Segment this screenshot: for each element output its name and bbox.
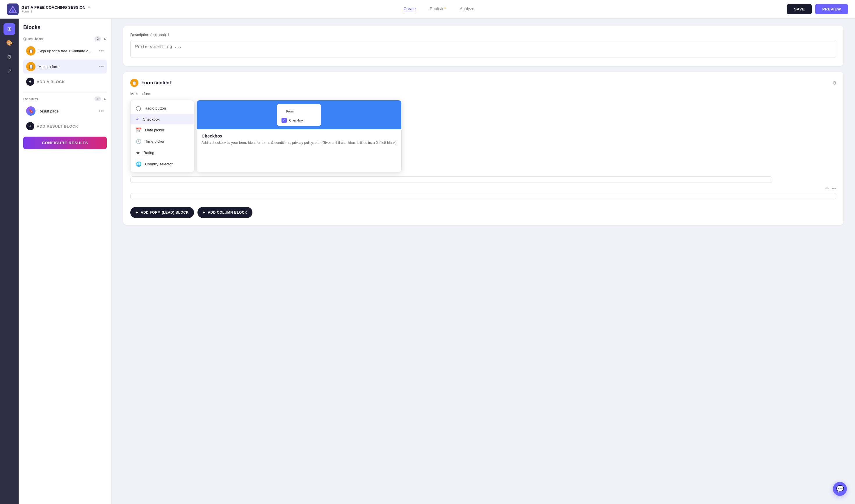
results-toggle[interactable]: ▲: [103, 96, 107, 101]
form-content-title-area: 📋 Form content: [130, 79, 171, 87]
preview-form-mock: Form ✓ Checkbox: [277, 104, 321, 126]
nav-create[interactable]: Create: [404, 6, 416, 12]
save-button[interactable]: SAVE: [787, 4, 812, 14]
radio-icon: ◯: [136, 106, 141, 111]
preview-checkbox-text: Checkbox: [289, 119, 303, 122]
sidebar-title: Blocks: [23, 24, 107, 31]
question-1-icon: 📋: [26, 46, 35, 55]
country-label: Country selector: [145, 162, 173, 166]
add-block-label: ADD A BLOCK: [37, 79, 65, 84]
info-icon[interactable]: ℹ: [31, 10, 32, 13]
description-card: Description (optional) ℹ: [123, 25, 843, 66]
datepicker-label: Date picker: [145, 128, 164, 132]
dropdown-item-timepicker[interactable]: 🕐 Time picker: [130, 136, 194, 147]
tooltip-card: Form ✓ Checkbox Checkbox Add a checkbox …: [197, 100, 402, 173]
main-content: Description (optional) ℹ 📋 Form content …: [112, 19, 855, 504]
logo-icon: [7, 3, 19, 15]
result-1-icon: 🔖: [26, 106, 35, 116]
sidebar-item-theme[interactable]: 🎨: [3, 37, 15, 49]
nav-right: SAVE PREVIEW: [787, 4, 848, 14]
add-form-lead-label: ADD FORM (LEAD) BLOCK: [141, 211, 189, 215]
icon-sidebar: ⊞ 🎨 ⚙ ↗: [0, 19, 19, 504]
datepicker-icon: 📅: [136, 127, 142, 133]
description-info-icon: ℹ: [168, 33, 169, 37]
app-title: GET A FREE COACHING SESSION: [21, 5, 86, 10]
dropdown-item-radio[interactable]: ◯ Radio button: [130, 103, 194, 114]
form-input-1[interactable]: [130, 176, 772, 183]
sidebar-item-settings[interactable]: ⚙: [3, 51, 15, 63]
question-1-menu[interactable]: •••: [99, 48, 104, 53]
add-block-plus-icon: +: [26, 78, 34, 86]
description-input[interactable]: [130, 40, 836, 58]
add-result-plus-icon: +: [26, 122, 34, 130]
logo-area: GET A FREE COACHING SESSION ✏ Form ℹ: [7, 3, 91, 15]
add-result-label: ADD RESULT BLOCK: [37, 124, 78, 128]
chat-bubble[interactable]: 💬: [833, 482, 847, 496]
dropdown-item-rating[interactable]: ★ Rating: [130, 147, 194, 158]
add-result-block-button[interactable]: + ADD RESULT BLOCK: [23, 120, 107, 132]
question-2-menu[interactable]: •••: [99, 64, 104, 69]
add-block-row: + ADD FORM (LEAD) BLOCK + ADD COLUMN BLO…: [130, 207, 836, 218]
add-block-button[interactable]: + ADD A BLOCK: [23, 75, 107, 88]
dropdown-item-checkbox[interactable]: ✓ Checkbox: [130, 114, 194, 124]
checkbox-checkmark-icon: ✓: [136, 117, 139, 122]
radio-label: Radio button: [144, 106, 166, 110]
logo-title-group: GET A FREE COACHING SESSION ✏ Form ℹ: [21, 5, 91, 13]
timepicker-icon: 🕐: [136, 139, 142, 144]
form-row-edit-icon[interactable]: ✏: [825, 186, 829, 191]
add-form-plus-icon: +: [136, 210, 138, 215]
tooltip-desc: Add a checkbox to your form. Ideal for t…: [202, 140, 397, 145]
preview-checkbox-icon: ✓: [281, 118, 287, 123]
dropdown-item-datepicker[interactable]: 📅 Date picker: [130, 124, 194, 136]
result-1-menu[interactable]: •••: [99, 108, 104, 114]
form-row-menu-icon[interactable]: •••: [832, 186, 836, 191]
form-content-icon: 📋: [130, 79, 138, 87]
results-label: Results: [23, 97, 38, 101]
preview-checkbox-row: ✓ Checkbox: [281, 118, 316, 123]
edit-icon[interactable]: ✏: [88, 5, 91, 9]
questions-toggle[interactable]: ▲: [103, 36, 107, 41]
timepicker-label: Time picker: [145, 139, 164, 144]
form-subtitle: Make a form: [130, 92, 836, 96]
checkbox-label: Checkbox: [143, 117, 160, 122]
app-subtitle: Form: [21, 10, 29, 13]
field-type-selector: ◯ Radio button ✓ Checkbox 📅 Date picker …: [130, 100, 836, 173]
questions-count: 2: [94, 36, 101, 41]
preview-button[interactable]: PREVIEW: [815, 4, 848, 14]
sidebar-item-blocks[interactable]: ⊞: [3, 23, 15, 35]
questions-section-header: Questions 2 ▲: [23, 36, 107, 41]
results-section-header: Results 1 ▲: [23, 96, 107, 101]
question-item-1[interactable]: 📋 Sign up for a free 15-minute c... •••: [23, 44, 107, 58]
add-column-label: ADD COLUMN BLOCK: [208, 211, 247, 215]
tooltip-title: Checkbox: [202, 133, 397, 138]
questions-label: Questions: [23, 37, 43, 41]
sidebar: Blocks Questions 2 ▲ 📋 Sign up for a fre…: [19, 19, 112, 504]
form-content-gear-icon[interactable]: ⚙: [832, 80, 836, 86]
result-1-text: Result page: [38, 109, 96, 113]
rating-icon: ★: [136, 150, 140, 156]
add-column-block-button[interactable]: + ADD COLUMN BLOCK: [197, 207, 253, 218]
form-content-title: Form content: [141, 80, 171, 86]
form-input-2[interactable]: [130, 193, 836, 199]
add-form-lead-block-button[interactable]: + ADD FORM (LEAD) BLOCK: [130, 207, 194, 218]
rating-label: Rating: [143, 150, 154, 155]
dropdown-menu: ◯ Radio button ✓ Checkbox 📅 Date picker …: [130, 100, 194, 173]
tooltip-preview: Form ✓ Checkbox: [197, 100, 401, 129]
form-content-card: 📋 Form content ⚙ Make a form ◯ Radio but…: [123, 72, 843, 225]
question-2-icon: 📋: [26, 62, 35, 71]
description-label: Description (optional) ℹ: [130, 33, 836, 37]
tooltip-content: Checkbox Add a checkbox to your form. Id…: [197, 129, 401, 149]
nav-center: Create Publish * Analyze: [91, 6, 787, 12]
top-nav: GET A FREE COACHING SESSION ✏ Form ℹ Cre…: [0, 0, 855, 19]
question-item-2[interactable]: 📋 Make a form •••: [23, 59, 107, 74]
app-layout: ⊞ 🎨 ⚙ ↗ Blocks Questions 2 ▲ 📋 Sign up f…: [0, 19, 855, 504]
sidebar-item-share[interactable]: ↗: [3, 65, 15, 77]
result-item-1[interactable]: 🔖 Result page •••: [23, 104, 107, 118]
question-2-text: Make a form: [38, 65, 96, 69]
configure-results-button[interactable]: CONFIGURE RESULTS: [23, 137, 107, 149]
add-column-plus-icon: +: [203, 210, 206, 215]
nav-analyze[interactable]: Analyze: [460, 6, 474, 12]
preview-form-label: Form: [281, 107, 316, 116]
nav-publish[interactable]: Publish *: [430, 6, 446, 12]
dropdown-item-country[interactable]: 🌐 Country selector: [130, 158, 194, 170]
